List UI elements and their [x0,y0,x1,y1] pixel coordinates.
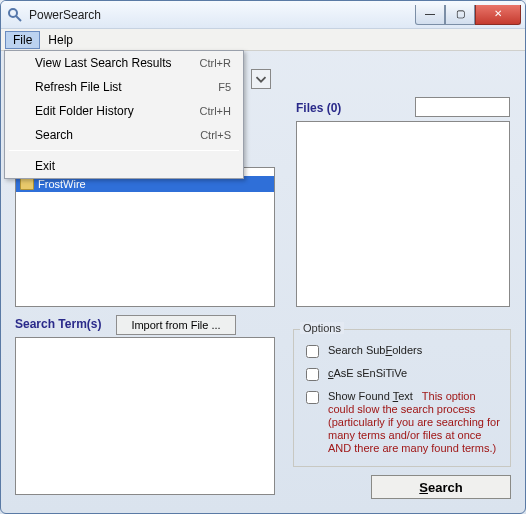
svg-point-0 [9,9,17,17]
case-label: cAsE sEnSiTiVe [328,367,407,379]
menu-item-label: Exit [35,159,231,173]
menu-item-label: Search [35,128,200,142]
menu-item-shortcut: F5 [218,81,231,93]
menu-item-label: Edit Folder History [35,104,200,118]
window-title: PowerSearch [29,8,415,22]
option-case[interactable]: cAsE sEnSiTiVe [302,367,502,384]
search-terms-header: Search Term(s) [15,317,101,331]
menu-item-label: Refresh File List [35,80,218,94]
menu-view-last-results[interactable]: View Last Search Results Ctrl+R [5,51,243,75]
menu-file[interactable]: File [5,31,40,49]
files-filter-input[interactable] [415,97,510,117]
import-from-file-button[interactable]: Import from File ... [116,315,236,335]
search-terms-list[interactable] [15,337,275,495]
file-menu-dropdown: View Last Search Results Ctrl+R Refresh … [4,50,244,179]
folder-combo-arrow[interactable] [251,69,271,89]
menu-item-shortcut: Ctrl+S [200,129,231,141]
option-subfolders[interactable]: Search SubFolders [302,344,502,361]
menu-refresh-file-list[interactable]: Refresh File List F5 [5,75,243,99]
menubar: File Help View Last Search Results Ctrl+… [1,29,525,51]
menu-edit-folder-history[interactable]: Edit Folder History Ctrl+H [5,99,243,123]
found-text-checkbox[interactable] [306,391,319,404]
search-button[interactable]: Search [371,475,511,499]
minimize-button[interactable]: — [415,5,445,25]
menu-search[interactable]: Search Ctrl+S [5,123,243,147]
menu-item-label: View Last Search Results [35,56,200,70]
maximize-button[interactable]: ▢ [445,5,475,25]
menu-exit[interactable]: Exit [5,154,243,178]
folder-icon [20,178,34,190]
folder-list[interactable]: Program Files FrostWire [15,167,275,307]
titlebar: PowerSearch — ▢ ✕ [1,1,525,29]
options-legend: Options [300,322,344,334]
chevron-down-icon [252,70,270,88]
window-buttons: — ▢ ✕ [415,5,521,25]
svg-line-1 [16,16,21,21]
app-icon [7,7,23,23]
option-found-text[interactable]: Show Found Text This option could slow t… [302,390,502,455]
case-checkbox[interactable] [306,368,319,381]
menu-item-shortcut: Ctrl+H [200,105,231,117]
found-text-label-wrap: Show Found Text This option could slow t… [328,390,502,455]
close-button[interactable]: ✕ [475,5,521,25]
subfolders-checkbox[interactable] [306,345,319,358]
options-group: Options Search SubFolders cAsE sEnSiTiVe… [293,329,511,467]
files-header: Files (0) [296,101,341,115]
files-list[interactable] [296,121,510,307]
menu-separator [9,150,239,151]
folder-label: FrostWire [38,178,86,190]
menu-help[interactable]: Help [40,31,81,49]
subfolders-label: Search SubFolders [328,344,422,356]
menu-item-shortcut: Ctrl+R [200,57,231,69]
